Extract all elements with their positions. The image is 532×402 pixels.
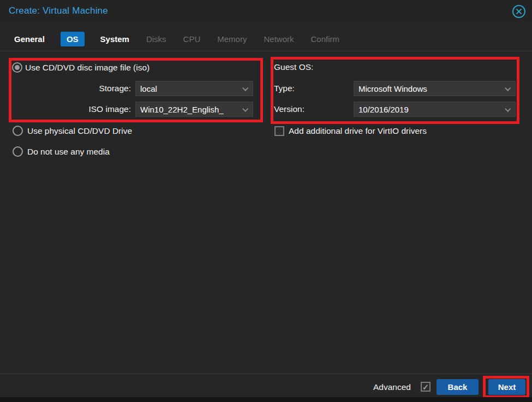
chevron-down-icon: [505, 85, 511, 91]
radio-physical-drive-label[interactable]: Use physical CD/DVD Drive: [27, 126, 132, 136]
guest-os-version-label: Version:: [274, 104, 304, 114]
tab-general[interactable]: General: [13, 32, 46, 46]
guest-os-type-select[interactable]: Microsoft Windows: [354, 81, 516, 96]
virtio-drive-checkbox[interactable]: [274, 126, 284, 136]
guest-os-type-value: Microsoft Windows: [358, 84, 427, 93]
tab-os[interactable]: OS: [61, 32, 85, 46]
tab-cpu: CPU: [182, 32, 202, 46]
storage-select[interactable]: local: [135, 81, 253, 96]
radio-iso-image[interactable]: [12, 62, 22, 73]
radio-no-media-label[interactable]: Do not use any media: [27, 147, 110, 157]
guest-os-type-label: Type:: [274, 84, 295, 93]
chevron-down-icon: [242, 106, 248, 112]
advanced-label: Advanced: [373, 382, 411, 392]
dialog-title: Create: Virtual Machine: [9, 5, 108, 16]
storage-select-value: local: [140, 84, 157, 93]
footer-separator: [0, 374, 532, 374]
iso-image-select[interactable]: Win10_22H2_English_: [135, 102, 253, 117]
close-icon[interactable]: [512, 4, 526, 19]
tabs-separator: [0, 51, 532, 51]
iso-image-select-value: Win10_22H2_English_: [140, 105, 224, 114]
back-button[interactable]: Back: [437, 379, 479, 395]
advanced-checkbox[interactable]: [421, 382, 431, 392]
tab-system[interactable]: System: [99, 32, 130, 46]
create-vm-dialog: Create: Virtual Machine General OS Syste…: [0, 0, 532, 402]
radio-no-media[interactable]: [13, 146, 23, 157]
chevron-down-icon: [505, 106, 511, 112]
title-bar: Create: Virtual Machine: [0, 0, 532, 24]
virtio-drive-label[interactable]: Add additional drive for VirtIO drivers: [289, 126, 427, 136]
tab-network: Network: [262, 32, 295, 46]
chevron-down-icon: [242, 85, 248, 91]
next-button[interactable]: Next: [488, 379, 525, 395]
guest-os-heading: Guest OS:: [274, 62, 313, 72]
guest-os-version-value: 10/2016/2019: [358, 105, 409, 114]
storage-label: Storage:: [55, 84, 131, 93]
guest-os-version-select[interactable]: 10/2016/2019: [354, 102, 516, 117]
dialog-bottom-edge: [0, 397, 532, 402]
tab-memory: Memory: [216, 32, 248, 46]
tab-confirm: Confirm: [309, 32, 340, 46]
radio-iso-image-label[interactable]: Use CD/DVD disc image file (iso): [25, 63, 150, 73]
iso-image-label: ISO image:: [55, 104, 131, 114]
wizard-tabs: General OS System Disks CPU Memory Netwo…: [13, 30, 340, 48]
radio-physical-drive[interactable]: [13, 126, 23, 136]
tab-disks: Disks: [145, 32, 168, 46]
